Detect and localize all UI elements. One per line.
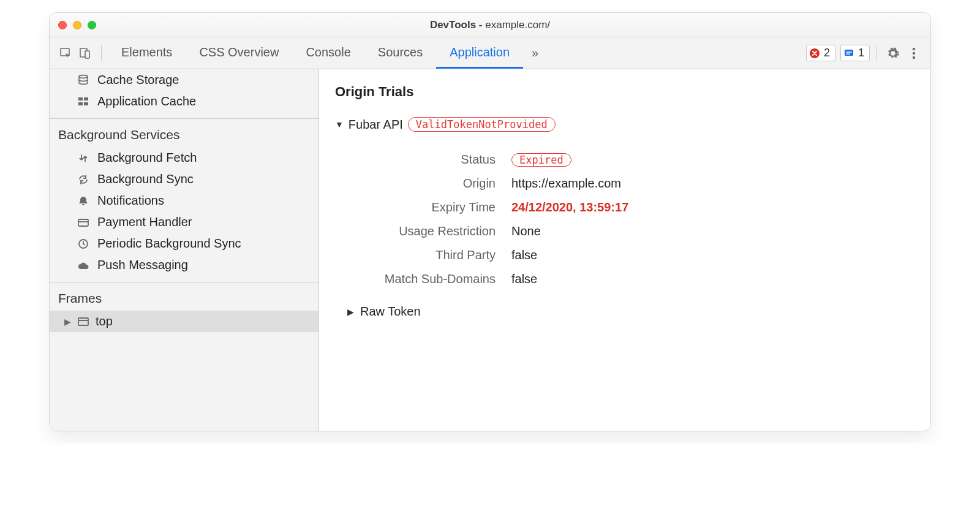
panel-body: Cache Storage Application Cache Backgrou… [50, 69, 930, 431]
row-match-subdomains: Match Sub-Domains false [358, 267, 918, 291]
more-tabs-button[interactable]: » [523, 46, 547, 60]
section-heading-origin-trials: Origin Trials [335, 84, 918, 100]
svg-rect-11 [84, 97, 88, 100]
raw-token-toggle[interactable]: ▶ Raw Token [347, 305, 918, 319]
gear-icon [886, 47, 900, 60]
sidebar-item-push-messaging[interactable]: Push Messaging [50, 254, 318, 276]
card-icon [77, 217, 90, 228]
row-expiry: Expiry Time 24/12/2020, 13:59:17 [358, 195, 918, 219]
window-title: DevTools - example.com/ [50, 19, 930, 31]
key-match-subdomains: Match Sub-Domains [358, 272, 511, 286]
key-third-party: Third Party [358, 248, 511, 262]
svg-point-9 [79, 75, 88, 78]
more-options-button[interactable] [903, 47, 924, 60]
sidebar-item-label: Payment Handler [97, 215, 192, 229]
svg-point-7 [913, 51, 915, 54]
kebab-icon [912, 47, 916, 60]
sidebar-section-background-services: Background Services [50, 125, 318, 147]
sidebar-item-background-sync[interactable]: Background Sync [50, 169, 318, 190]
sidebar-item-label: Application Cache [97, 94, 196, 108]
toolbar-divider [101, 45, 102, 61]
svg-point-5 [892, 51, 895, 55]
sidebar-item-label: Background Fetch [97, 151, 197, 165]
key-expiry: Expiry Time [358, 200, 511, 214]
key-status: Status [358, 153, 511, 167]
sidebar-section-frames: Frames [50, 289, 318, 311]
svg-rect-10 [78, 97, 83, 100]
toggle-device-toolbar-button[interactable] [75, 44, 95, 63]
key-origin: Origin [358, 176, 511, 191]
devtools-toolbar: Elements CSS Overview Console Sources Ap… [50, 37, 930, 69]
errors-count: 2 [824, 47, 830, 59]
sidebar-divider [50, 118, 318, 119]
svg-point-6 [913, 47, 915, 50]
val-third-party: false [511, 248, 537, 262]
sidebar-item-periodic-background-sync[interactable]: Periodic Background Sync [50, 233, 318, 254]
frame-icon [77, 317, 89, 327]
tab-elements[interactable]: Elements [108, 37, 186, 69]
val-match-subdomains: false [511, 272, 537, 286]
sidebar-item-background-fetch[interactable]: Background Fetch [50, 147, 318, 169]
svg-rect-12 [78, 102, 83, 105]
sidebar-divider [50, 282, 318, 282]
svg-rect-2 [85, 51, 89, 58]
error-icon [809, 48, 820, 59]
disclosure-triangle-open-icon: ▼ [335, 119, 344, 129]
errors-indicator[interactable]: 2 [806, 45, 835, 61]
row-usage: Usage Restriction None [358, 219, 918, 243]
close-window-button[interactable] [58, 21, 67, 29]
issues-count: 1 [858, 47, 864, 59]
issues-indicator[interactable]: 1 [840, 45, 870, 61]
tab-css-overview[interactable]: CSS Overview [186, 37, 292, 69]
sidebar-item-label: Push Messaging [97, 258, 188, 272]
val-usage: None [511, 224, 541, 238]
inspect-element-button[interactable] [56, 44, 75, 63]
issues-icon [843, 48, 854, 59]
settings-button[interactable] [883, 47, 903, 60]
tab-sources[interactable]: Sources [364, 37, 436, 69]
svg-point-8 [913, 56, 915, 58]
svg-rect-4 [845, 50, 853, 56]
toolbar-divider-right [876, 45, 876, 61]
svg-rect-14 [78, 219, 88, 226]
token-status-badge: ValidTokenNotProvided [408, 117, 556, 132]
origin-trial-details: Status Expired Origin https://example.co… [358, 148, 918, 291]
sidebar-item-cache-storage[interactable]: Cache Storage [50, 69, 318, 91]
disclosure-triangle-closed-icon: ▶ [347, 307, 354, 317]
origin-trial-header[interactable]: ▼ Fubar API ValidTokenNotProvided [335, 117, 918, 132]
clock-icon [77, 238, 90, 249]
sidebar-item-label: Notifications [97, 194, 164, 208]
val-origin: https://example.com [511, 176, 621, 191]
val-status: Expired [511, 153, 571, 167]
title-suffix: example.com/ [485, 19, 550, 31]
minimize-window-button[interactable] [73, 21, 81, 29]
database-icon [77, 74, 90, 86]
frame-label: top [96, 314, 113, 328]
sidebar-item-label: Cache Storage [97, 73, 179, 87]
frame-top[interactable]: ▶ top [50, 311, 318, 332]
grid-icon [77, 96, 90, 107]
raw-token-label: Raw Token [360, 305, 421, 319]
sidebar-item-payment-handler[interactable]: Payment Handler [50, 211, 318, 233]
fetch-icon [77, 153, 90, 164]
svg-rect-16 [78, 318, 88, 325]
title-prefix: DevTools - [430, 19, 485, 31]
sidebar-item-application-cache[interactable]: Application Cache [50, 91, 318, 112]
traffic-lights [58, 21, 96, 29]
row-status: Status Expired [358, 148, 918, 172]
tab-console[interactable]: Console [292, 37, 364, 69]
panel-tabs: Elements CSS Overview Console Sources Ap… [108, 37, 523, 69]
maximize-window-button[interactable] [88, 21, 96, 29]
sync-icon [77, 174, 90, 185]
application-sidebar: Cache Storage Application Cache Backgrou… [50, 69, 319, 431]
row-origin: Origin https://example.com [358, 172, 918, 195]
expand-triangle-icon: ▶ [64, 317, 71, 327]
row-third-party: Third Party false [358, 243, 918, 267]
bell-icon [77, 195, 90, 206]
tab-application[interactable]: Application [436, 37, 523, 69]
val-expiry: 24/12/2020, 13:59:17 [511, 200, 628, 214]
application-main-pane: Origin Trials ▼ Fubar API ValidTokenNotP… [319, 69, 930, 431]
devtools-window: DevTools - example.com/ Elements CSS Ove… [49, 12, 931, 431]
sidebar-item-notifications[interactable]: Notifications [50, 190, 318, 211]
sidebar-item-label: Periodic Background Sync [97, 237, 241, 251]
